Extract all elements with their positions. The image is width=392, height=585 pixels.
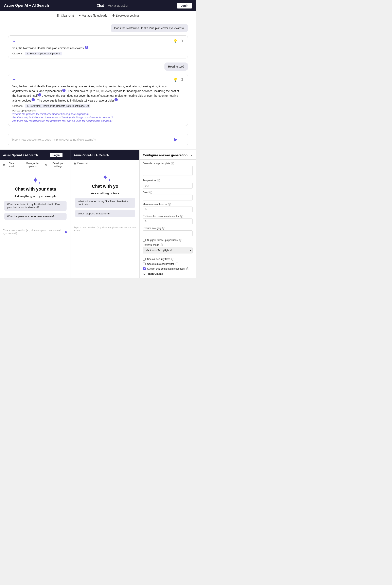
top-header: Azure OpenAI + AI Search Chat Ask a ques…	[0, 0, 196, 11]
dev-settings-button[interactable]: ⚙ Developer settings	[112, 14, 140, 18]
exclude-category-field: Exclude category i	[143, 227, 192, 236]
prompt-template-label: Override prompt template i	[143, 162, 192, 165]
nav-ask[interactable]: Ask a question	[108, 4, 129, 8]
prompt-template-input[interactable]	[143, 166, 192, 176]
id-token-claims: ID Token Claims	[143, 272, 192, 275]
groups-filter-checkbox[interactable]	[143, 262, 146, 266]
lightbulb-icon[interactable]: 💡	[173, 39, 178, 44]
partial-sparkle-big: ✦	[102, 173, 108, 182]
partial-chat-body: ✦ ✦ Chat with yo Ask anything or try a W…	[71, 167, 139, 223]
panel-trash-icon: 🗑	[3, 164, 6, 166]
followup-q2[interactable]: Are there any limitations on the number …	[12, 116, 184, 119]
settings-panel: Configure answer generation × Override p…	[139, 150, 196, 278]
panel-plus-icon: +	[20, 164, 21, 166]
citation-badge-2d: 1	[114, 98, 118, 101]
ai-text-1: Yes, the Northwind Health Plus plan cove…	[12, 46, 184, 50]
oid-filter-info-icon[interactable]: i	[171, 258, 174, 260]
panel-left-login[interactable]: Login	[50, 153, 62, 158]
partial-sparkle-group: ✦ ✦	[102, 173, 108, 182]
exclude-category-label: Exclude category i	[143, 227, 192, 230]
citation-badge-2c: 1	[32, 98, 35, 101]
input-placeholder: Type a new question (e.g. does my plan c…	[12, 138, 96, 141]
panel-chat-right: Azure OpenAI + AI Search 🗑 Clear chat ✦ …	[71, 150, 139, 278]
hamburger-icon[interactable]: ☰	[64, 153, 68, 158]
suggest-followup-checkbox[interactable]	[143, 239, 146, 242]
panel-settings-btn[interactable]: ⚙ Developer settings	[45, 162, 68, 168]
top-toolbar: 🗑 Clear chat + Manage file uploads ⚙ Dev…	[0, 11, 196, 20]
copy-icon[interactable]: 🗒	[180, 39, 184, 44]
chat-area: Does the Northwind Health Plus plan cove…	[0, 20, 196, 134]
retrieval-mode-info-icon[interactable]: i	[160, 244, 163, 246]
panel-uploads-btn[interactable]: + Manage file uploads	[20, 162, 43, 168]
example-btn-1[interactable]: What is included in my Northwind Health …	[4, 201, 66, 211]
temperature-field: Temperature i	[143, 179, 192, 188]
followup-q1[interactable]: What is the process for reimbursement of…	[12, 112, 184, 116]
stream-row: Stream chat completion responses i	[143, 268, 192, 270]
login-button[interactable]: Login	[177, 3, 192, 8]
partial-example-btn-2[interactable]: What happens in a perform	[75, 210, 135, 217]
sparkle-icon-1: ✦	[12, 39, 16, 44]
search-results-input[interactable]	[143, 218, 192, 224]
retrieval-mode-select[interactable]: Vectors + Text (Hybrid)	[143, 247, 192, 254]
temperature-input[interactable]	[143, 183, 192, 188]
partial-example-btn-1[interactable]: What is included in my Nor Plus plan tha…	[75, 198, 135, 208]
suggest-followup-info-icon[interactable]: i	[179, 239, 182, 242]
exclude-category-info-icon[interactable]: i	[162, 227, 165, 230]
panel-right: Azure OpenAI + AI Search 🗑 Clear chat ✦ …	[71, 150, 196, 278]
user-bubble-2: Hearing too?	[164, 62, 188, 70]
oid-filter-checkbox[interactable]	[143, 258, 146, 260]
panel-left-body: ✦ ✦ Chat with your data Ask anything or …	[0, 170, 70, 226]
citation-badge-2b: 1	[38, 93, 41, 96]
settings-body: Override prompt template i Temperature i	[140, 160, 196, 278]
temperature-label: Temperature i	[143, 179, 192, 182]
copy-icon-2[interactable]: 🗒	[180, 78, 184, 82]
seed-info-icon[interactable]: i	[149, 191, 152, 194]
panel-clear-btn[interactable]: 🗑 Clear chat	[3, 162, 17, 168]
partial-input-area: Type a new question (e.g. does my plan c…	[71, 223, 139, 235]
panel-left-subtitle: Ask anything or try an example	[14, 194, 56, 198]
partial-trash-icon: 🗑	[74, 162, 76, 165]
nav-chat[interactable]: Chat	[97, 4, 104, 8]
prompt-template-info-icon[interactable]: i	[171, 162, 174, 165]
citation-badge-1: 1	[85, 46, 88, 49]
groups-filter-row: Use groups security filter i	[143, 262, 192, 266]
citation-link-1[interactable]: 1. Benefit_Options.pdf#page=3	[25, 52, 62, 56]
stream-info-icon[interactable]: i	[186, 268, 189, 270]
settings-close-button[interactable]: ×	[190, 154, 192, 158]
example-btn-2[interactable]: What happens in a performance review?	[4, 213, 66, 220]
panel-left-send-btn[interactable]: ▶	[65, 230, 68, 234]
min-score-field: Minimum search score i	[143, 203, 192, 212]
oid-filter-row: Use oid security filter i	[143, 258, 192, 260]
stream-label: Stream chat completion responses	[147, 268, 185, 270]
sparkle-icon-2: ✦	[12, 77, 16, 82]
lightbulb-icon-2[interactable]: 💡	[173, 78, 178, 82]
partial-main-title: Chat with yo	[92, 184, 118, 189]
manage-uploads-button[interactable]: + Manage file uploads	[79, 14, 107, 18]
panel-sparkle-small: ✦	[38, 181, 41, 185]
clear-chat-button[interactable]: 🗑 Clear chat	[56, 14, 74, 18]
min-score-input[interactable]	[143, 206, 192, 212]
seed-input[interactable]	[143, 194, 192, 200]
followup-q3[interactable]: Are there any restrictions on the provid…	[12, 119, 184, 122]
send-button[interactable]: ▶	[174, 137, 178, 142]
partial-clear-btn[interactable]: 🗑 Clear chat	[74, 162, 88, 165]
top-chat-section: Azure OpenAI + AI Search Chat Ask a ques…	[0, 0, 196, 149]
ai-actions-2: 💡 🗒	[173, 78, 184, 82]
min-score-info-icon[interactable]: i	[168, 203, 171, 206]
panel-left-main-title: Chat with your data	[15, 186, 56, 192]
exclude-category-input[interactable]	[143, 230, 192, 236]
header-nav: Chat Ask a question	[97, 4, 129, 8]
retrieval-mode-label: Retrieval mode i	[143, 244, 192, 246]
retrieval-mode-field: Retrieval mode i Vectors + Text (Hybrid)	[143, 244, 192, 254]
settings-header: Configure answer generation ×	[140, 150, 196, 160]
prompt-template-field: Override prompt template i	[143, 162, 192, 176]
citation-link-2[interactable]: 1. Northwind_Health_Plus_Benefits_Detail…	[25, 104, 90, 108]
user-bubble-1: Does the Northwind Health Plus plan cove…	[111, 24, 188, 32]
panel-left: Azure OpenAI + AI Search Login ☰ 🗑 Clear…	[0, 150, 71, 278]
search-results-info-icon[interactable]: i	[180, 215, 183, 218]
partial-toolbar: 🗑 Clear chat	[71, 160, 139, 167]
stream-checkbox[interactable]	[143, 268, 146, 270]
ai-response-1: ✦ 💡 🗒 Yes, the Northwind Health Plus pla…	[8, 36, 188, 58]
temperature-info-icon[interactable]: i	[157, 179, 160, 182]
groups-filter-info-icon[interactable]: i	[176, 262, 178, 266]
